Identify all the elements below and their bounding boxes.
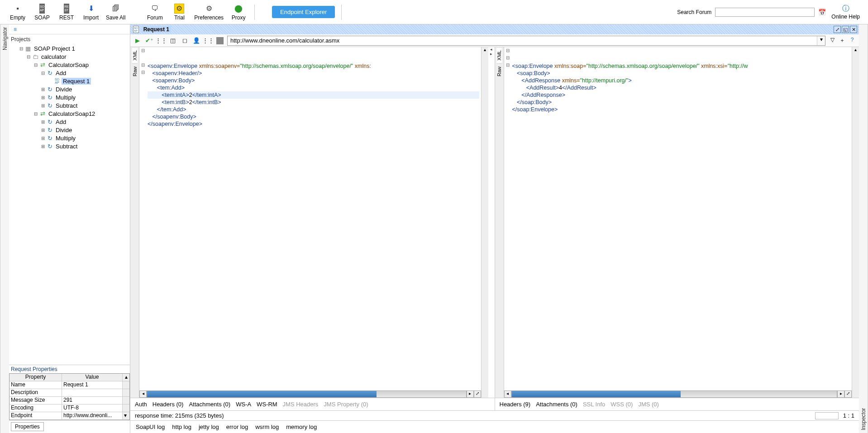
prefs-icon: ⚙ (206, 4, 212, 14)
properties-tab[interactable]: Properties (11, 422, 44, 431)
proxy-button[interactable]: ⬤Proxy (229, 4, 248, 21)
table-row[interactable]: NameRequest 1 (10, 381, 129, 389)
request-pane: XML Raw ⊟⊟⊟ <soapenv:Envelope xmlns:soap… (130, 47, 495, 410)
project-icon: ▦ (24, 45, 32, 52)
online-help-label: Online Help (831, 14, 860, 20)
xml-tab[interactable]: XML (496, 47, 502, 64)
expand-icon[interactable]: ⊟ (33, 111, 38, 116)
table-row[interactable]: Endpointhttp://www.dneonli...▾ (10, 412, 129, 420)
tree-op-add[interactable]: ⊟↻Add (9, 69, 130, 77)
expand-icon[interactable]: ⊞ (41, 136, 45, 141)
add-icon[interactable]: ＋ (838, 37, 846, 44)
import-button[interactable]: ⬇Import (81, 4, 100, 21)
tree-interface[interactable]: ⊟⇄CalculatorSoap (9, 61, 130, 69)
log-http[interactable]: http log (172, 423, 191, 430)
add-assert-button[interactable]: ✔⁺ (145, 36, 154, 45)
tree-op-divide-12[interactable]: ⊞↻Divide (9, 126, 130, 134)
forum-button[interactable]: 🗨Forum (145, 4, 164, 21)
search-forum: Search Forum 📅 (677, 8, 826, 17)
v-scrollbar[interactable]: ▴ (481, 47, 488, 398)
expand-icon[interactable]: ⊞ (41, 95, 45, 100)
trial-button[interactable]: ⚙Trial (170, 4, 189, 21)
tree-op-subtract-12[interactable]: ⊞↻Subtract (9, 142, 130, 150)
h-scrollbar[interactable]: ◂▸⤢ (504, 390, 852, 398)
tab-wsrm[interactable]: WS-RM (257, 401, 277, 408)
tree-request-1[interactable]: SOAPRequest 1 (9, 77, 130, 85)
tab-headers[interactable]: Headers (0) (153, 401, 184, 408)
expand-icon[interactable]: ⊞ (41, 128, 45, 133)
pane-splitter[interactable]: ◂▸ (488, 47, 495, 398)
soap-button[interactable]: SOAPSOAP (33, 4, 52, 21)
tree-op-multiply-12[interactable]: ⊞↻Multiply (9, 134, 130, 142)
expand-icon[interactable]: ⊟ (41, 71, 45, 76)
tab-attachments[interactable]: Attachments (0) (536, 401, 577, 408)
project-tree[interactable]: ⊟▦SOAP Project 1 ⊟🗀calculator ⊟⇄Calculat… (9, 43, 130, 365)
expand-icon[interactable]: ⊞ (41, 87, 45, 92)
close-icon[interactable]: ✕ (850, 26, 857, 33)
tree-op-multiply[interactable]: ⊞↻Multiply (9, 93, 130, 101)
search-forum-input[interactable] (715, 8, 815, 17)
tab-auth[interactable]: Auth (135, 401, 147, 408)
clone-button[interactable]: ◫ (168, 36, 177, 45)
table-row[interactable]: EncodingUTF-8 (10, 404, 129, 412)
filter-icon[interactable]: ▽ (828, 37, 836, 44)
response-time-text: response time: 215ms (325 bytes) (135, 412, 224, 419)
stop-button[interactable] (215, 36, 224, 45)
tree-interface-12[interactable]: ⊟⇄CalculatorSoap12 (9, 109, 130, 118)
toggle-icon[interactable]: ⋮⋮ (157, 36, 166, 45)
status-field[interactable] (815, 412, 839, 419)
save-all-button[interactable]: 🗐Save All (106, 4, 125, 21)
maximize-icon[interactable]: ◱ (842, 26, 849, 33)
tab-headers[interactable]: Headers (9) (500, 401, 531, 408)
scroll-down-icon[interactable]: ▾ (122, 412, 129, 419)
log-memory[interactable]: memory log (286, 423, 317, 430)
minimize-icon[interactable]: ⤢ (834, 26, 841, 33)
url-dropdown-icon[interactable]: ▾ (817, 36, 825, 45)
tab-wsa[interactable]: WS-A (236, 401, 251, 408)
tree-project[interactable]: ⊟▦SOAP Project 1 (9, 44, 130, 52)
scroll-up-icon[interactable]: ▴ (122, 374, 129, 381)
config-icon[interactable]: ⋮⋮ (204, 36, 213, 45)
v-scrollbar[interactable]: ▴ (852, 47, 859, 398)
preferences-button[interactable]: ⚙Preferences (194, 4, 224, 21)
expand-icon[interactable]: ⊞ (41, 144, 45, 149)
square-icon[interactable]: ◻ (180, 36, 189, 45)
trial-icon: ⚙ (174, 4, 184, 14)
tab-attachments[interactable]: Attachments (0) (189, 401, 230, 408)
editor-title[interactable]: Request 1 (142, 26, 171, 33)
tree-service[interactable]: ⊟🗀calculator (9, 52, 130, 61)
log-wsrm[interactable]: wsrm log (255, 423, 279, 430)
table-row[interactable]: Description (10, 389, 129, 397)
endpoint-url-input[interactable] (228, 36, 817, 45)
expand-icon[interactable]: ⊟ (19, 46, 24, 51)
log-error[interactable]: error log (226, 423, 248, 430)
inspector-tab[interactable]: Inspector (859, 24, 868, 433)
list-icon[interactable]: ≡ (14, 26, 17, 33)
rest-button[interactable]: RESTREST (57, 4, 76, 21)
response-xml-viewer[interactable]: ⊟⊟⊟ <soap:Envelope xmlns:soap="http://sc… (504, 47, 852, 390)
calendar-icon[interactable]: 📅 (818, 9, 826, 16)
expand-icon[interactable]: ⊟ (26, 54, 31, 59)
log-jetty[interactable]: jetty log (199, 423, 219, 430)
tree-op-divide[interactable]: ⊞↻Divide (9, 85, 130, 93)
request-xml-editor[interactable]: ⊟⊟⊟ <soapenv:Envelope xmlns:soapenv="htt… (139, 47, 481, 390)
tree-op-subtract[interactable]: ⊞↻Subtract (9, 101, 130, 109)
table-row[interactable]: Message Size291 (10, 397, 129, 404)
online-help-button[interactable]: ⓘ Online Help (831, 4, 860, 20)
tree-op-add-12[interactable]: ⊞↻Add (9, 118, 130, 126)
projects-label: Projects (9, 34, 130, 43)
navigator-tab[interactable]: Navigator (0, 24, 9, 433)
xml-tab[interactable]: XML (132, 47, 138, 64)
help-icon[interactable]: ? (848, 37, 856, 44)
empty-button[interactable]: ▪Empty (8, 4, 27, 21)
user-icon[interactable]: 👤 (192, 36, 201, 45)
run-button[interactable]: ▶ (133, 36, 142, 45)
endpoint-explorer-button[interactable]: Endpoint Explorer (272, 6, 335, 18)
raw-tab[interactable]: Raw (496, 64, 502, 79)
raw-tab[interactable]: Raw (132, 64, 138, 79)
expand-icon[interactable]: ⊟ (33, 62, 38, 67)
expand-icon[interactable]: ⊞ (41, 119, 45, 124)
log-soapui[interactable]: SoapUI log (136, 423, 165, 430)
expand-icon[interactable]: ⊞ (41, 103, 45, 108)
h-scrollbar[interactable]: ◂▸⤢ (139, 390, 481, 398)
